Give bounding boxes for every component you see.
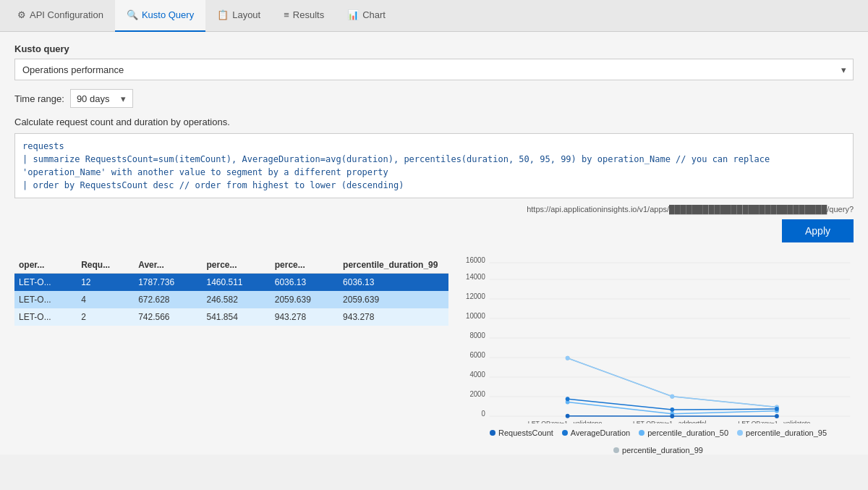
query-select[interactable]: Operations performance Custom query [14, 59, 854, 80]
legend-item: percentile_duration_50 [639, 428, 728, 437]
legend-label: percentile_duration_50 [647, 428, 728, 437]
svg-point-32 [775, 414, 779, 418]
tab-chart-label: Chart [362, 9, 386, 20]
time-range-row: Time range: 1 day 7 days 30 days 90 days… [14, 89, 854, 108]
svg-point-31 [670, 414, 674, 418]
table-cell: 943.278 [271, 308, 339, 326]
data-table: oper... Requ... Aver... perce... perce..… [14, 257, 448, 326]
kusto-query-label: Kusto query [14, 43, 854, 54]
query-textarea[interactable]: requests | summarize RequestsCount=sum(i… [14, 133, 854, 198]
table-cell: 6036.13 [339, 274, 448, 292]
tab-chart[interactable]: 📊 Chart [336, 0, 397, 32]
api-url-row: https://api.applicationinsights.io/v1/ap… [14, 205, 854, 214]
svg-text:2000: 2000 [469, 390, 485, 398]
legend-dot-icon [613, 447, 619, 453]
legend-dot-icon [639, 430, 644, 436]
table-cell: 246.582 [202, 291, 270, 308]
kusto-query-icon: 🔍 [127, 9, 138, 20]
tab-api-config[interactable]: ⚙ API Configuration [6, 0, 115, 32]
legend-dot-icon [562, 430, 568, 436]
table-cell: LET-O... [14, 274, 77, 292]
svg-point-22 [670, 394, 674, 399]
legend-label: AverageDuration [571, 428, 630, 437]
chart-wrapper: 0 2000 4000 6000 8000 10000 12000 14000 … [463, 257, 854, 455]
results-icon: ≡ [284, 9, 289, 20]
table-cell: 742.566 [134, 308, 202, 326]
bottom-section: oper... Requ... Aver... perce... perce..… [0, 257, 868, 455]
col-requ: Requ... [77, 257, 134, 274]
legend-dot-icon [737, 430, 743, 436]
legend-item: percentile_duration_95 [737, 428, 827, 437]
tab-kusto-query-label: Kusto Query [142, 9, 194, 20]
tab-layout[interactable]: 📋 Layout [205, 0, 272, 32]
table-row: LET-O...2742.566541.854943.278943.278 [14, 308, 448, 326]
svg-text:16000: 16000 [466, 257, 485, 264]
table-cell: 4 [77, 291, 134, 308]
time-range-select-wrapper: 1 day 7 days 30 days 90 days 180 days 36… [70, 89, 133, 108]
svg-text:0: 0 [481, 410, 485, 418]
table-row: LET-O...4672.628246.5822059.6392059.639 [14, 291, 448, 308]
svg-point-30 [566, 414, 570, 418]
svg-text:12000: 12000 [466, 292, 485, 300]
time-range-select[interactable]: 1 day 7 days 30 days 90 days 180 days 36… [70, 89, 133, 108]
table-cell: LET-O... [14, 291, 77, 308]
svg-text:4000: 4000 [469, 371, 485, 379]
svg-text:10000: 10000 [466, 312, 485, 320]
tab-results-label: Results [293, 9, 324, 20]
table-cell: 2 [77, 308, 134, 326]
api-url-text: https://api.applicationinsights.io/v1/ap… [527, 205, 854, 214]
table-row: LET-O...121787.7361460.5116036.136036.13 [14, 274, 448, 292]
table-header-row: oper... Requ... Aver... perce... perce..… [14, 257, 448, 274]
chart-svg: 0 2000 4000 6000 8000 10000 12000 14000 … [463, 257, 854, 423]
table-cell: 672.628 [134, 291, 202, 308]
data-table-wrapper: oper... Requ... Aver... perce... perce..… [14, 257, 448, 455]
col-aver: Aver... [134, 257, 202, 274]
tab-layout-label: Layout [232, 9, 260, 20]
svg-point-27 [566, 397, 570, 401]
legend-label: percentile_duration_99 [622, 446, 703, 455]
svg-text:LET-OP;rev=1 - addportfol...: LET-OP;rev=1 - addportfol... [633, 420, 712, 423]
tab-api-config-label: API Configuration [30, 9, 103, 20]
time-range-label: Time range: [14, 93, 64, 104]
legend-dot-icon [490, 430, 495, 436]
query-description: Calculate request count and duration by … [14, 117, 854, 127]
svg-point-28 [670, 407, 674, 412]
svg-text:14000: 14000 [466, 273, 485, 281]
table-cell: 12 [77, 274, 134, 292]
svg-text:8000: 8000 [469, 331, 485, 339]
svg-point-21 [566, 356, 570, 360]
api-config-icon: ⚙ [17, 9, 26, 20]
col-perce50: perce... [202, 257, 270, 274]
table-cell: 541.854 [202, 308, 270, 326]
query-select-wrapper: Operations performance Custom query ▾ [14, 59, 854, 80]
table-cell: 2059.639 [339, 291, 448, 308]
table-cell: 6036.13 [271, 274, 339, 292]
legend-label: RequestsCount [498, 428, 553, 437]
tab-kusto-query[interactable]: 🔍 Kusto Query [115, 0, 205, 32]
legend-item: percentile_duration_99 [613, 446, 703, 455]
chart-legend: RequestsCountAverageDurationpercentile_d… [463, 428, 854, 455]
apply-row: Apply [14, 219, 854, 242]
main-content: Kusto query Operations performance Custo… [0, 32, 868, 257]
legend-item: RequestsCount [490, 428, 553, 437]
table-cell: 1787.736 [134, 274, 202, 292]
svg-text:LET-OP;rev=1 - validatepo...: LET-OP;rev=1 - validatepo... [528, 420, 608, 423]
table-cell: LET-O... [14, 308, 77, 326]
table-cell: 2059.639 [271, 291, 339, 308]
chart-icon: 📊 [347, 9, 359, 20]
col-perce95: perce... [271, 257, 339, 274]
svg-point-29 [775, 407, 779, 411]
legend-item: AverageDuration [562, 428, 630, 437]
tab-results[interactable]: ≡ Results [272, 0, 336, 32]
col-oper: oper... [14, 257, 77, 274]
table-cell: 943.278 [339, 308, 448, 326]
layout-icon: 📋 [217, 9, 229, 20]
col-perce99: percentile_duration_99 [339, 257, 448, 274]
legend-label: percentile_duration_95 [746, 428, 827, 437]
svg-text:LET-OP;rev=1 - validatete...: LET-OP;rev=1 - validatete... [738, 420, 815, 423]
table-cell: 1460.511 [202, 274, 270, 292]
tab-bar: ⚙ API Configuration 🔍 Kusto Query 📋 Layo… [0, 0, 868, 32]
svg-text:6000: 6000 [469, 351, 485, 359]
apply-button[interactable]: Apply [782, 219, 854, 242]
